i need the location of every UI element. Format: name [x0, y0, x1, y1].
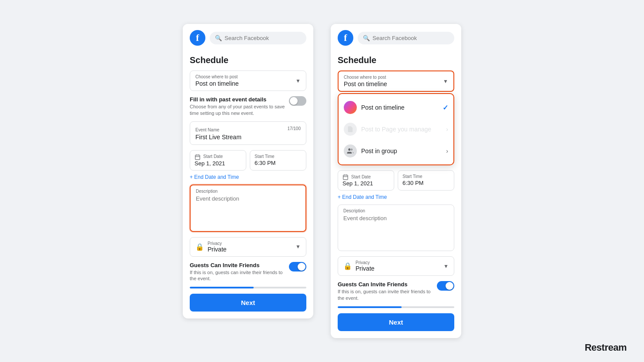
right-next-button[interactable]: Next	[338, 313, 454, 331]
facebook-logo-right: f	[338, 30, 353, 46]
right-topbar: f 🔍	[331, 24, 461, 50]
lock-icon-left: 🔒	[195, 243, 204, 251]
left-description-field[interactable]: Description	[190, 184, 306, 232]
left-fill-text: Fill in with past event details Choose f…	[190, 96, 285, 116]
left-date-time-row: Start Date Sep 1, 2021 Start Time 6:30 P…	[190, 150, 306, 171]
left-event-name-input[interactable]	[195, 134, 301, 141]
left-progress-fill	[190, 287, 254, 288]
group-chevron: ›	[446, 147, 448, 154]
left-date-field[interactable]: Start Date Sep 1, 2021	[190, 150, 246, 171]
left-where-to-post[interactable]: Choose where to post Post on timeline ▼	[190, 70, 306, 91]
left-privacy-field[interactable]: 🔒 Privacy Private ▼	[190, 237, 306, 257]
right-time-field[interactable]: Start Time 6:30 PM	[398, 170, 454, 191]
right-guests-toggle[interactable]	[437, 281, 454, 291]
right-privacy-info: Privacy Private	[356, 260, 449, 272]
left-event-name-field[interactable]: Event Name 17/100	[190, 121, 306, 145]
search-icon-left: 🔍	[215, 35, 222, 41]
left-time-value: 6:30 PM	[255, 160, 302, 166]
right-description-textarea[interactable]	[343, 215, 449, 245]
timeline-label: Post on timeline	[361, 104, 438, 111]
left-screen-body: Schedule Choose where to post Post on ti…	[183, 50, 313, 318]
lock-icon-right: 🔒	[343, 262, 352, 270]
right-dropdown-overlay: Post on timeline ✓ Post to Page you mana…	[338, 93, 454, 165]
right-date-value: Sep 1, 2021	[342, 180, 389, 187]
right-end-date-link[interactable]: + End Date and Time	[338, 194, 454, 200]
right-where-label: Choose where to post	[344, 75, 448, 80]
right-privacy-label: Privacy	[356, 260, 449, 265]
right-guests-row: Guests Can Invite Friends If this is on,…	[338, 281, 454, 301]
restream-logo: Restream	[585, 342, 627, 353]
left-time-label: Start Time	[255, 154, 302, 159]
right-where-arrow: ▼	[443, 78, 448, 84]
right-date-time-row: Start Date Sep 1, 2021 Start Time 6:30 P…	[338, 170, 454, 191]
left-where-label: Choose where to post	[195, 74, 301, 79]
left-guests-toggle[interactable]	[289, 262, 306, 272]
right-progress-bar	[338, 306, 454, 308]
left-privacy-info: Privacy Private	[208, 241, 301, 253]
left-description-textarea[interactable]	[196, 195, 300, 226]
option-timeline[interactable]: Post on timeline ✓	[339, 97, 453, 118]
timeline-check: ✓	[443, 104, 448, 112]
left-guests-description: If this is on, guests can invite their f…	[190, 269, 285, 282]
facebook-logo-left: f	[190, 30, 205, 46]
page-icon	[344, 123, 357, 136]
right-search-bar[interactable]: 🔍	[358, 32, 454, 44]
left-where-value: Post on timeline	[195, 80, 301, 87]
left-fill-heading: Fill in with past event details	[190, 96, 285, 103]
left-date-icon-row: Start Date	[195, 154, 242, 160]
left-description-label: Description	[196, 189, 300, 194]
right-time-value: 6:30 PM	[402, 180, 449, 186]
right-time-label: Start Time	[402, 174, 449, 179]
right-guests-description: If this is on, guests can invite their f…	[338, 288, 433, 301]
right-date-field[interactable]: Start Date Sep 1, 2021	[338, 170, 394, 191]
right-dropdown-wrapper: Choose where to post Post on timeline ▼ …	[338, 70, 454, 92]
svg-point-4	[348, 148, 350, 151]
left-privacy-arrow: ▼	[295, 244, 301, 250]
group-icon	[344, 144, 357, 158]
left-phone-screen: f 🔍 Schedule Choose where to post Post o…	[183, 24, 313, 318]
left-event-name-label: Event Name	[195, 127, 219, 132]
option-group[interactable]: Post in group ›	[339, 140, 453, 162]
left-time-field[interactable]: Start Time 6:30 PM	[250, 150, 306, 171]
left-privacy-value: Private	[208, 246, 301, 253]
left-progress-bar	[190, 287, 306, 288]
timeline-icon	[344, 101, 357, 114]
facebook-letter: f	[196, 33, 199, 43]
left-schedule-title: Schedule	[190, 55, 306, 65]
left-date-value: Sep 1, 2021	[195, 160, 242, 167]
option-page[interactable]: Post to Page you manage ›	[339, 118, 453, 140]
calendar-icon-left	[195, 154, 201, 160]
page-chevron: ›	[446, 126, 448, 133]
left-guests-heading: Guests Can Invite Friends	[190, 262, 285, 268]
svg-rect-5	[343, 175, 348, 180]
right-privacy-field[interactable]: 🔒 Privacy Private ▼	[338, 256, 454, 276]
search-input-right[interactable]	[372, 35, 449, 41]
right-where-to-post[interactable]: Choose where to post Post on timeline ▼	[338, 70, 454, 92]
right-description-label: Description	[343, 208, 449, 213]
right-description-field[interactable]: Description	[338, 204, 454, 251]
left-where-arrow: ▼	[295, 78, 301, 84]
right-schedule-title: Schedule	[338, 55, 454, 65]
left-topbar: f 🔍	[183, 24, 313, 50]
right-screen-body: Schedule Choose where to post Post on ti…	[331, 50, 461, 338]
right-phone-screen: f 🔍 Schedule Choose where to post Post o…	[331, 24, 461, 338]
right-guests-heading: Guests Can Invite Friends	[338, 281, 433, 288]
right-privacy-value: Private	[356, 265, 449, 272]
group-label: Post in group	[361, 147, 442, 154]
right-guests-text: Guests Can Invite Friends If this is on,…	[338, 281, 433, 301]
left-end-date-link[interactable]: + End Date and Time	[190, 174, 306, 180]
search-input-left[interactable]	[225, 35, 301, 41]
left-search-bar[interactable]: 🔍	[210, 32, 306, 44]
left-next-button[interactable]: Next	[190, 294, 306, 312]
right-date-label: Start Date	[351, 174, 371, 179]
left-guests-row: Guests Can Invite Friends If this is on,…	[190, 262, 306, 282]
left-char-count: 17/100	[287, 126, 301, 131]
left-date-label: Start Date	[203, 154, 223, 159]
svg-rect-0	[195, 155, 200, 160]
page-label: Post to Page you manage	[361, 126, 442, 133]
left-fill-toggle[interactable]	[289, 96, 306, 106]
left-fill-description: Choose from any of your past events to s…	[190, 104, 285, 116]
right-where-value: Post on timeline	[344, 80, 448, 87]
facebook-letter-right: f	[344, 33, 347, 43]
left-guests-text: Guests Can Invite Friends If this is on,…	[190, 262, 285, 282]
